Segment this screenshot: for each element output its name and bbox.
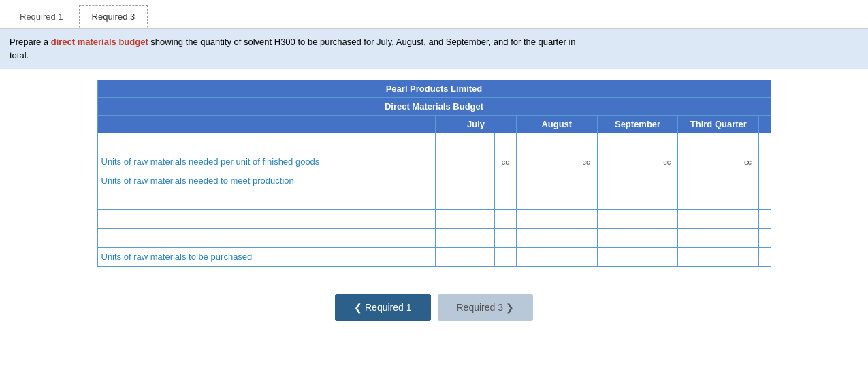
input-tq-blank2[interactable] xyxy=(678,190,737,209)
table-row: Units of raw materials needed to meet pr… xyxy=(97,171,771,190)
cc-aug-meet-prod xyxy=(575,171,597,190)
table-row xyxy=(97,209,771,229)
input-sep-per-unit[interactable] xyxy=(597,152,656,171)
cc-sep-to-purchase xyxy=(656,248,678,267)
col-header-third-quarter: Third Quarter xyxy=(678,116,759,133)
table-row: Units of raw materials needed per unit o… xyxy=(97,152,771,171)
instruction-highlight: direct materials budget xyxy=(51,37,148,47)
input-july-to-purchase[interactable] xyxy=(436,248,494,267)
row-label-blank3 xyxy=(97,229,436,248)
input-july-meet-prod[interactable] xyxy=(436,171,494,190)
col-header-august: August xyxy=(516,116,597,133)
input-tq-blank1[interactable] xyxy=(678,133,737,152)
col-header-july: July xyxy=(436,116,517,133)
extra-blank2 xyxy=(759,190,771,209)
cc-july-blank2 xyxy=(494,190,516,209)
cc-july-blank3 xyxy=(494,229,516,248)
row-label-blank1 xyxy=(97,133,436,152)
cc-aug-blank3 xyxy=(575,229,597,248)
extra-blank3 xyxy=(759,229,771,248)
cc-tq-per-unit: cc xyxy=(737,152,758,171)
prev-button[interactable]: ❮ Required 1 xyxy=(335,294,430,321)
extra-blank1 xyxy=(759,133,771,152)
input-july-blank1[interactable] xyxy=(436,133,494,152)
page-wrapper: Required 1 Required 3 Prepare a direct m… xyxy=(0,0,868,387)
cc-tq-blank1 xyxy=(737,133,758,152)
cc-sep-blank2 xyxy=(656,190,678,209)
table-row xyxy=(97,133,771,152)
col-header-september: September xyxy=(597,116,678,133)
cc-sep-meet-prod xyxy=(656,171,678,190)
cc-aug-blank2 xyxy=(575,190,597,209)
next-button[interactable]: Required 3 ❯ xyxy=(438,294,533,321)
nav-buttons: ❮ Required 1 Required 3 ❯ xyxy=(0,277,868,335)
cc-july-blank1 xyxy=(494,133,516,152)
table-row: Units of raw materials to be purchased xyxy=(97,248,771,267)
row-label-blank2 xyxy=(97,190,436,209)
input-sep-blank3[interactable] xyxy=(597,229,656,248)
cc-tq-total xyxy=(737,209,758,229)
input-aug-blank2[interactable] xyxy=(516,190,575,209)
input-aug-blank3[interactable] xyxy=(516,229,575,248)
extra-meet-prod xyxy=(759,171,771,190)
cc-july-total xyxy=(494,209,516,229)
cc-july-to-purchase xyxy=(494,248,516,267)
input-aug-per-unit[interactable] xyxy=(516,152,575,171)
row-label-to-purchase: Units of raw materials to be purchased xyxy=(97,248,436,267)
budget-table: Pearl Products Limited Direct Materials … xyxy=(97,80,771,267)
input-july-blank2[interactable] xyxy=(436,190,494,209)
col-header-label xyxy=(97,116,436,133)
cc-sep-blank1 xyxy=(656,133,678,152)
input-july-total[interactable] xyxy=(436,209,494,229)
cc-aug-per-unit: cc xyxy=(575,152,597,171)
cc-aug-to-purchase xyxy=(575,248,597,267)
input-sep-meet-prod[interactable] xyxy=(597,171,656,190)
cc-sep-per-unit: cc xyxy=(656,152,678,171)
input-aug-blank1[interactable] xyxy=(516,133,575,152)
input-sep-blank1[interactable] xyxy=(597,133,656,152)
input-aug-to-purchase[interactable] xyxy=(516,248,575,267)
input-tq-total[interactable] xyxy=(678,209,737,229)
title-header: Direct Materials Budget xyxy=(97,98,771,116)
cc-tq-meet-prod xyxy=(737,171,758,190)
input-tq-blank3[interactable] xyxy=(678,229,737,248)
extra-per-unit xyxy=(759,152,771,171)
input-aug-total[interactable] xyxy=(516,209,575,229)
row-label-total xyxy=(97,209,436,229)
table-row xyxy=(97,229,771,248)
extra-to-purchase xyxy=(759,248,771,267)
instruction-bar: Prepare a direct materials budget showin… xyxy=(0,29,868,69)
table-row xyxy=(97,190,771,209)
tabs-bar: Required 1 Required 3 xyxy=(0,0,868,29)
cc-july-meet-prod xyxy=(494,171,516,190)
cc-july-per-unit: cc xyxy=(494,152,516,171)
input-tq-per-unit[interactable] xyxy=(678,152,737,171)
cc-sep-blank3 xyxy=(656,229,678,248)
input-sep-to-purchase[interactable] xyxy=(597,248,656,267)
instruction-text-before: Prepare a xyxy=(10,37,51,47)
row-label-per-unit: Units of raw materials needed per unit o… xyxy=(97,152,436,171)
table-container: Pearl Products Limited Direct Materials … xyxy=(0,69,868,277)
company-header: Pearl Products Limited xyxy=(97,80,771,98)
cc-aug-total xyxy=(575,209,597,229)
tab-required3[interactable]: Required 3 xyxy=(79,5,148,28)
input-july-per-unit[interactable] xyxy=(436,152,494,171)
input-aug-meet-prod[interactable] xyxy=(516,171,575,190)
input-july-blank3[interactable] xyxy=(436,229,494,248)
extra-total xyxy=(759,209,771,229)
input-sep-blank2[interactable] xyxy=(597,190,656,209)
input-tq-meet-prod[interactable] xyxy=(678,171,737,190)
input-tq-to-purchase[interactable] xyxy=(678,248,737,267)
cc-sep-total xyxy=(656,209,678,229)
input-sep-total[interactable] xyxy=(597,209,656,229)
cc-tq-blank2 xyxy=(737,190,758,209)
cc-tq-blank3 xyxy=(737,229,758,248)
cc-aug-blank1 xyxy=(575,133,597,152)
cc-tq-to-purchase xyxy=(737,248,758,267)
row-label-meet-production: Units of raw materials needed to meet pr… xyxy=(97,171,436,190)
col-header-extra xyxy=(759,116,771,133)
tab-required1[interactable]: Required 1 xyxy=(7,5,76,28)
